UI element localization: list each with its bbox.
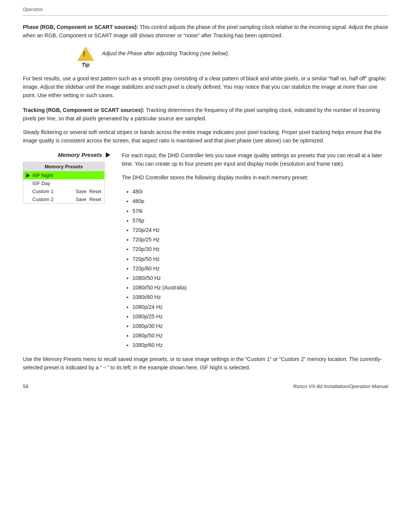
page-footer: 58 Runco VX-8d Installation/Operation Ma… bbox=[0, 380, 411, 393]
tip-triangle-icon bbox=[77, 46, 94, 61]
memory-presets-section: Memory Presets Memory Presets ISF Night … bbox=[23, 152, 388, 355]
tip-text: Adjust the Phase after adjusting Trackin… bbox=[102, 46, 229, 58]
memory-presets-title: Memory Presets bbox=[58, 152, 102, 158]
memory-presets-footer-text-block: Use the Memory Presets menu to recall sa… bbox=[23, 355, 388, 372]
phase-body-section: For best results, use a good test patter… bbox=[23, 75, 388, 99]
memory-presets-right: For each input, the DHD Controller lets … bbox=[122, 152, 388, 355]
tracking-heading: Tracking (RGB, Component or SCART source… bbox=[23, 107, 145, 113]
list-item: 480p bbox=[132, 197, 388, 206]
phase-heading: Phase (RGB, Component or SCART sources): bbox=[23, 24, 138, 30]
tip-icon-container: Tip bbox=[76, 46, 95, 68]
list-item: 720p/50 Hz bbox=[132, 254, 388, 264]
preset-name-isf-day: ISF Day bbox=[26, 181, 101, 186]
preset-name-custom2: Custom 2 bbox=[26, 197, 76, 202]
list-item: 576p bbox=[132, 216, 388, 225]
list-item: 1080p/60 Hz bbox=[132, 340, 388, 350]
preset-save-custom2[interactable]: Save bbox=[76, 197, 86, 202]
manual-title: Runco VX-8d Installation/Operation Manua… bbox=[293, 383, 388, 389]
tracking-section: Tracking (RGB, Component or SCART source… bbox=[23, 106, 388, 145]
list-item: 720p/30 Hz bbox=[132, 244, 388, 254]
breadcrumb-label: Operation bbox=[23, 7, 43, 12]
list-item: 480i bbox=[132, 187, 388, 197]
main-content: Phase (RGB, Component or SCART sources):… bbox=[0, 16, 411, 372]
memory-presets-intro: For each input, the DHD Controller lets … bbox=[122, 152, 388, 168]
preset-reset-custom1[interactable]: Reset bbox=[89, 189, 101, 194]
phase-body-text: For best results, use a good test patter… bbox=[23, 75, 388, 99]
list-item: 720p/60 Hz bbox=[132, 264, 388, 273]
memory-presets-heading: Memory Presets bbox=[23, 152, 110, 158]
memory-presets-footer-text: Use the Memory Presets menu to recall sa… bbox=[23, 355, 388, 372]
preset-name-isf-night: ISF Night bbox=[32, 173, 101, 178]
list-item: 1080p/30 Hz bbox=[132, 321, 388, 331]
preset-name-custom1: Custom 1 bbox=[26, 189, 76, 194]
preset-save-custom1[interactable]: Save bbox=[76, 189, 86, 194]
presets-box-header: Memory Presets bbox=[23, 162, 104, 171]
preset-row-isf-night[interactable]: ISF Night bbox=[23, 171, 104, 179]
list-item: 1080i/60 Hz bbox=[132, 292, 388, 302]
list-item: 576i bbox=[132, 206, 388, 216]
tip-box: Tip Adjust the Phase after adjusting Tra… bbox=[76, 46, 388, 68]
list-item: 1080p/24 Hz bbox=[132, 302, 388, 312]
list-item: 720p/25 Hz bbox=[132, 235, 388, 244]
preset-selected-arrow-icon bbox=[26, 173, 30, 178]
list-item: 1080p/25 Hz bbox=[132, 312, 388, 321]
preset-row-custom2[interactable]: Custom 2 Save Reset bbox=[23, 195, 104, 203]
page: Operation Phase (RGB, Component or SCART… bbox=[0, 0, 411, 532]
list-item: 1080i/50 Hz (Australia) bbox=[132, 283, 388, 292]
display-modes-list: 480i 480p 576i 576p 720p/24 Hz 720p/25 H… bbox=[122, 187, 388, 350]
page-number: 58 bbox=[23, 383, 28, 389]
list-item: 720p/24 Hz bbox=[132, 225, 388, 235]
memory-presets-stores-text: The DHD Controller stores the following … bbox=[122, 174, 388, 182]
preset-reset-custom2[interactable]: Reset bbox=[89, 197, 101, 202]
memory-presets-box: Memory Presets ISF Night ISF Day Custom … bbox=[23, 162, 105, 204]
breadcrumb: Operation bbox=[0, 0, 411, 12]
memory-presets-arrow-icon bbox=[106, 152, 110, 158]
list-item: 1080i/50 Hz bbox=[132, 273, 388, 283]
tracking-paragraph: Tracking (RGB, Component or SCART source… bbox=[23, 106, 388, 123]
tip-label: Tip bbox=[82, 62, 90, 68]
phase-section: Phase (RGB, Component or SCART sources):… bbox=[23, 23, 388, 40]
memory-presets-left: Memory Presets Memory Presets ISF Night … bbox=[23, 152, 110, 355]
preset-row-custom1[interactable]: Custom 1 Save Reset bbox=[23, 187, 104, 195]
list-item: 1080p/50 Hz bbox=[132, 331, 388, 340]
tracking-body-text: Steady flickering or several soft vertic… bbox=[23, 128, 388, 145]
preset-row-isf-day[interactable]: ISF Day bbox=[23, 179, 104, 187]
phase-paragraph: Phase (RGB, Component or SCART sources):… bbox=[23, 23, 388, 40]
